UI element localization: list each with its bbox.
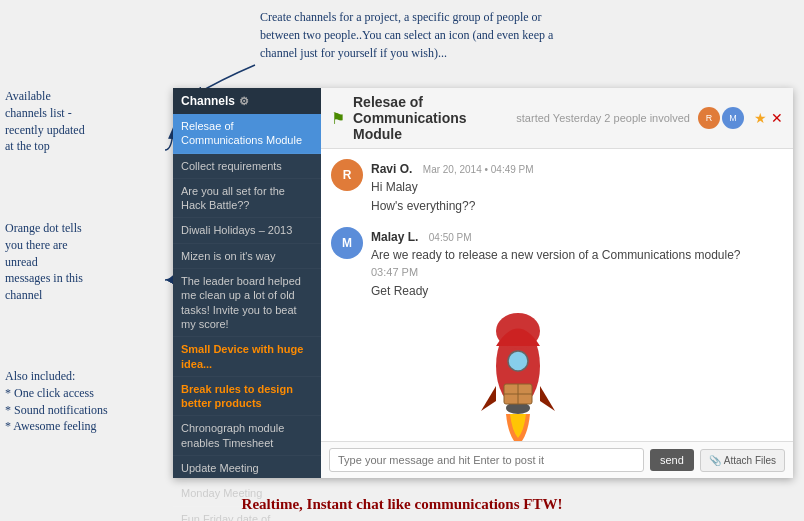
chat-avatars: R M — [698, 107, 746, 129]
star-icon[interactable]: ★ — [754, 110, 767, 126]
gear-icon[interactable]: ⚙ — [239, 95, 249, 108]
avatar-ravi-msg: R — [331, 159, 363, 191]
chat-header-icons: ★ ✕ — [754, 110, 783, 126]
chat-meta: started Yesterday 2 people involved — [516, 112, 690, 124]
avatar-ravi: R — [698, 107, 720, 129]
channel-item-5[interactable]: Mizen is on it's way — [173, 244, 321, 269]
message-time-malay: 04:50 PM — [429, 232, 472, 243]
channel-item-2[interactable]: Collect requirements — [173, 154, 321, 179]
channel-list: Relesae of Communications ModuleCollect … — [173, 114, 321, 521]
close-icon[interactable]: ✕ — [771, 110, 783, 126]
channel-item-6[interactable]: The leader board helped me clean up a lo… — [173, 269, 321, 337]
attach-button[interactable]: 📎 Attach Files — [700, 449, 785, 472]
message-author-malay: Malay L. — [371, 230, 418, 244]
message-time-malay-2: 03:47 PM — [371, 265, 783, 280]
channel-item-1[interactable]: Relesae of Communications Module — [173, 114, 321, 154]
message-group-malay: M Malay L. 04:50 PM Are we ready to rele… — [331, 227, 783, 300]
flag-icon: ⚑ — [331, 109, 345, 128]
message-text-malay-1: Are we ready to release a new version of… — [371, 247, 783, 264]
svg-point-2 — [508, 351, 528, 371]
left-middle-annotation: Orange dot tells you there are unread me… — [5, 220, 83, 304]
channel-item-3[interactable]: Are you all set for the Hack Battle?? — [173, 179, 321, 219]
message-text-ravi-1: Hi Malay — [371, 179, 783, 196]
bottom-annotation: Realtime, Instant chat like communicatio… — [242, 496, 563, 513]
message-text-ravi-2: How's everything?? — [371, 198, 783, 215]
message-text-malay-2: Get Ready — [371, 283, 783, 300]
message-content-ravi: Ravi O. Mar 20, 2014 • 04:49 PM Hi Malay… — [371, 159, 783, 215]
chat-header: ⚑ Relesae of Communications Module start… — [321, 88, 793, 149]
channels-header: Channels ⚙ — [173, 88, 321, 114]
message-content-malay: Malay L. 04:50 PM Are we ready to releas… — [371, 227, 783, 300]
channel-item-8[interactable]: Break rules to design better products — [173, 377, 321, 417]
rocket-illustration — [463, 306, 573, 436]
channel-item-9[interactable]: Chronograph module enables Timesheet — [173, 416, 321, 456]
avatar-malay-msg: M — [331, 227, 363, 259]
channel-item-10[interactable]: Update Meeting — [173, 456, 321, 481]
message-time-ravi: Mar 20, 2014 • 04:49 PM — [423, 164, 534, 175]
left-bottom-annotation: Also included: * One click access * Soun… — [5, 368, 108, 435]
chat-area: ⚑ Relesae of Communications Module start… — [321, 88, 793, 478]
send-button[interactable]: send — [650, 449, 694, 471]
channel-item-4[interactable]: Diwali Holidays – 2013 — [173, 218, 321, 243]
paperclip-icon: 📎 — [709, 455, 721, 466]
channel-item-7[interactable]: Small Device with huge idea... — [173, 337, 321, 377]
message-author-ravi: Ravi O. — [371, 162, 412, 176]
chat-messages: R Ravi O. Mar 20, 2014 • 04:49 PM Hi Mal… — [321, 149, 793, 441]
top-annotation: Create channels for a project, a specifi… — [260, 8, 580, 62]
avatar-malay: M — [722, 107, 744, 129]
chat-title: Relesae of Communications Module — [353, 94, 508, 142]
message-group-ravi: R Ravi O. Mar 20, 2014 • 04:49 PM Hi Mal… — [331, 159, 783, 215]
chat-input-area: send 📎 Attach Files — [321, 441, 793, 478]
main-ui: Channels ⚙ Relesae of Communications Mod… — [173, 88, 793, 478]
channels-sidebar: Channels ⚙ Relesae of Communications Mod… — [173, 88, 321, 478]
left-top-annotation: Available channels list - recently updat… — [5, 88, 85, 155]
message-input[interactable] — [329, 448, 644, 472]
